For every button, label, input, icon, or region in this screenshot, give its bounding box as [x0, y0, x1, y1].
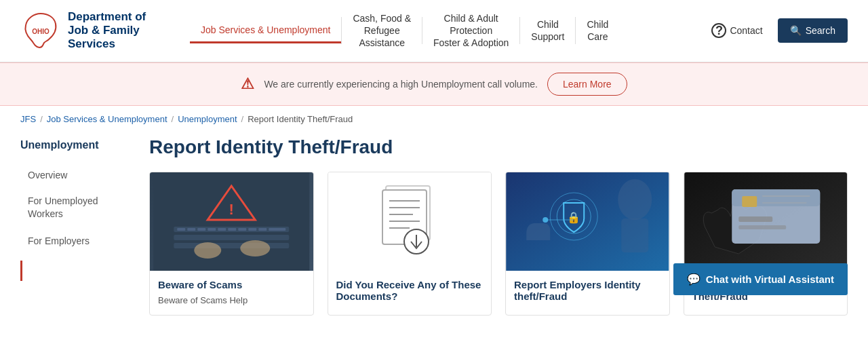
svg-rect-41 — [742, 196, 757, 207]
svg-rect-10 — [228, 228, 236, 231]
breadcrumb: JFS / Job Services & Unemployment / Unem… — [0, 106, 868, 132]
individuals-image — [684, 172, 848, 271]
svg-rect-7 — [197, 228, 205, 231]
page-title: Report Identity Theft/Fraud — [149, 132, 848, 158]
card-employers-title: Report Employers Identity theft/Fraud — [514, 279, 661, 302]
svg-rect-9 — [218, 228, 226, 231]
svg-rect-39 — [738, 216, 772, 222]
breadcrumb-current: Report Identity Theft/Fraud — [248, 114, 353, 124]
card-scams-desc: Beware of Scams Help — [158, 294, 305, 307]
sidebar-item-overview[interactable]: Overview — [20, 162, 129, 188]
svg-point-18 — [240, 240, 270, 256]
logo-title: Department ofJob & FamilyServices — [68, 10, 146, 52]
employers-image: 🔒 — [506, 172, 669, 271]
svg-point-29 — [618, 179, 652, 220]
svg-rect-6 — [187, 228, 195, 231]
content-area: Report Identity Theft/Fraud — [149, 132, 848, 316]
breadcrumb-unemployment[interactable]: Unemployment — [178, 114, 237, 124]
learn-more-button[interactable]: Learn More — [547, 73, 627, 96]
ohio-logo: OHIO — [20, 10, 61, 51]
card-scams-body: Beware of Scams Beware of Scams Help — [150, 271, 313, 315]
chat-button[interactable]: 💬 Chat with Virtual Assistant — [673, 263, 848, 295]
logo-area: OHIO Department ofJob & FamilyServices — [20, 10, 176, 52]
card-documents[interactable]: Did You Receive Any of These Documents? — [328, 172, 492, 316]
card-employers[interactable]: 🔒 Report Employers Identity theft/Fraud — [505, 172, 670, 316]
nav-item-cash-food[interactable]: Cash, Food &RefugeeAssistance — [342, 7, 422, 55]
chat-icon: 💬 — [687, 273, 701, 286]
cards-wrapper: ! Beware of Scams Beware of Scams Help — [149, 172, 848, 316]
sidebar-item-unemployed-workers[interactable]: For UnemployedWorkers — [20, 188, 129, 228]
breadcrumb-sep-1: / — [40, 114, 43, 124]
alert-message: We are currently experiencing a high Une… — [264, 79, 538, 90]
documents-image — [376, 180, 443, 262]
alert-icon: ⚠ — [241, 75, 254, 93]
card-documents-title: Did You Receive Any of These Documents? — [336, 279, 484, 302]
svg-point-17 — [194, 242, 221, 259]
main-nav: Job Services & Unemployment Cash, Food &… — [190, 7, 690, 55]
breadcrumb-sep-3: / — [241, 114, 244, 124]
svg-rect-5 — [177, 228, 185, 231]
nav-item-job-services[interactable]: Job Services & Unemployment — [190, 18, 341, 43]
svg-rect-13 — [258, 228, 267, 231]
breadcrumb-jfs[interactable]: JFS — [20, 114, 36, 124]
svg-rect-8 — [208, 228, 216, 231]
nav-item-child-support[interactable]: ChildSupport — [520, 13, 575, 48]
sidebar: Unemployment Overview For UnemployedWork… — [20, 132, 129, 316]
svg-rect-12 — [248, 228, 256, 231]
svg-rect-4 — [174, 243, 289, 248]
svg-point-35 — [542, 217, 548, 223]
question-icon: ? — [711, 23, 726, 38]
svg-rect-14 — [269, 228, 285, 231]
card-employers-body: Report Employers Identity theft/Fraud — [506, 271, 669, 314]
search-label: Search — [806, 25, 835, 36]
nav-item-child-care[interactable]: ChildCare — [576, 13, 619, 48]
search-button[interactable]: 🔍 Search — [778, 18, 848, 43]
sidebar-title: Unemployment — [20, 139, 129, 151]
card-documents-body: Did You Receive Any of These Documents? — [328, 271, 492, 314]
sidebar-item-employers[interactable]: For Employers — [20, 228, 129, 254]
logo-text: Department ofJob & FamilyServices — [68, 10, 146, 52]
svg-rect-3 — [174, 235, 289, 240]
svg-rect-30 — [621, 218, 648, 252]
svg-rect-40 — [738, 225, 786, 229]
card-scams[interactable]: ! Beware of Scams Beware of Scams Help — [149, 172, 314, 316]
nav-item-child-adult[interactable]: Child & AdultProtectionFoster & Adoption — [422, 7, 519, 55]
header-right: ? Contact 🔍 Search — [703, 18, 848, 43]
scams-image: ! — [150, 172, 313, 271]
card-scams-title: Beware of Scams — [158, 279, 305, 290]
svg-text:!: ! — [229, 201, 234, 218]
alert-banner: ⚠ We are currently experiencing a high U… — [0, 62, 868, 106]
svg-text:🔒: 🔒 — [567, 211, 580, 224]
header: OHIO Department ofJob & FamilyServices J… — [0, 0, 868, 62]
search-icon: 🔍 — [790, 25, 802, 36]
chat-label: Chat with Virtual Assistant — [706, 273, 834, 285]
svg-text:OHIO: OHIO — [32, 28, 50, 35]
breadcrumb-job-services[interactable]: Job Services & Unemployment — [47, 114, 167, 124]
contact-label: Contact — [730, 25, 762, 36]
breadcrumb-sep-2: / — [172, 114, 174, 124]
svg-rect-11 — [238, 228, 246, 231]
main-content: Unemployment Overview For UnemployedWork… — [0, 132, 868, 336]
contact-button[interactable]: ? Contact — [703, 18, 770, 43]
